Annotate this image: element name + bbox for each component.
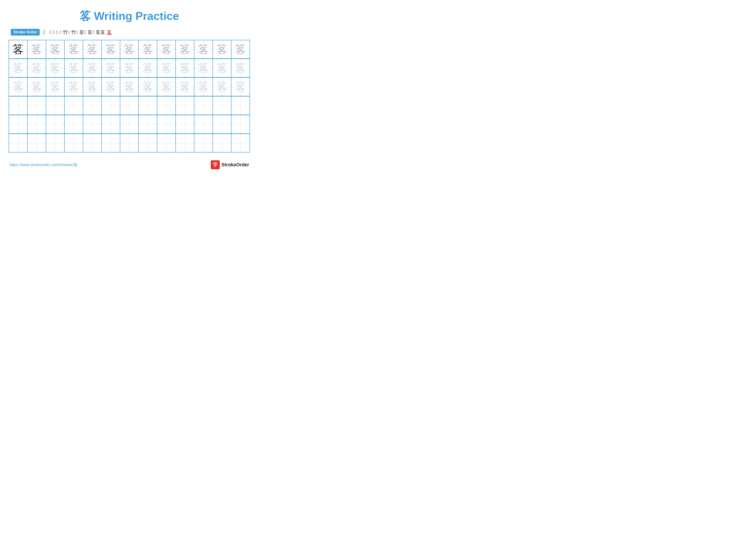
char-light: 笿: [13, 81, 24, 92]
grid-row-5: [9, 115, 250, 134]
stroke-chars-container: 丿 𠃋 𠄎 𠄤 𠄥 竹𠄤 竹𠄥 笿𠄌 笿𠄍 笿笿 笿: [43, 29, 112, 36]
grid-cell-5-8: [139, 115, 157, 134]
footer-logo: 字 StrokeOrder: [211, 160, 249, 169]
char-light: 笿: [124, 81, 135, 92]
grid-cell-4-1: [9, 96, 27, 115]
stroke-6: 竹𠄤: [63, 29, 69, 36]
grid-cell-5-4: [65, 115, 83, 134]
grid-cell-2-12: 笿: [213, 59, 231, 77]
grid-cell-6-13: [231, 134, 250, 152]
grid-cell-1-12: 笿: [213, 40, 231, 59]
stroke-order-row: Stroke Order 丿 𠃋 𠄎 𠄤 𠄥 竹𠄤 竹𠄥 笿𠄌 笿𠄍 笿笿 笿: [9, 29, 250, 36]
grid-cell-6-12: [213, 134, 231, 152]
stroke-10: 笿笿: [96, 29, 105, 36]
grid-cell-3-9: 笿: [157, 78, 176, 96]
char-light: 笿: [87, 63, 98, 74]
grid-row-6: [9, 134, 250, 152]
grid-cell-3-13: 笿: [231, 78, 250, 96]
grid-cell-6-6: [101, 134, 120, 152]
char-light: 笿: [50, 81, 61, 92]
char-light: 笿: [161, 63, 172, 74]
char-gray: 笿: [161, 44, 172, 55]
footer-url[interactable]: https://www.strokeorder.com/chinese/笿: [10, 162, 78, 167]
char-gray: 笿: [31, 44, 42, 55]
char-light: 笿: [13, 63, 24, 74]
char-gray: 笿: [216, 44, 228, 55]
grid-cell-1-13: 笿: [231, 40, 250, 59]
grid-row-1: 笿 笿 笿 笿 笿 笿 笿 笿 笿 笿 笿 笿 笿: [9, 40, 250, 59]
grid-cell-1-8: 笿: [139, 40, 157, 59]
grid-cell-2-6: 笿: [101, 59, 120, 77]
char-light: 笿: [179, 63, 191, 74]
grid-cell-3-11: 笿: [194, 78, 213, 96]
char-gray: 笿: [68, 44, 79, 55]
stroke-1: 丿: [43, 29, 47, 36]
practice-grid: 笿 笿 笿 笿 笿 笿 笿 笿 笿 笿 笿 笿 笿 笿 笿 笿 笿 笿 笿 笿 …: [9, 40, 250, 153]
grid-cell-2-2: 笿: [27, 59, 46, 77]
grid-cell-1-1: 笿: [9, 40, 27, 59]
stroke-3: 𠄎: [53, 30, 54, 35]
char-gray: 笿: [198, 44, 209, 55]
char-light: 笿: [198, 81, 209, 92]
grid-cell-5-11: [194, 115, 213, 134]
char-light: 笿: [87, 81, 98, 92]
grid-cell-2-10: 笿: [176, 59, 194, 77]
char-light: 笿: [235, 63, 246, 74]
grid-cell-3-10: 笿: [176, 78, 194, 96]
char-light: 笿: [216, 63, 228, 74]
char-light: 笿: [161, 81, 172, 92]
grid-cell-4-2: [27, 96, 46, 115]
grid-cell-5-12: [213, 115, 231, 134]
stroke-7: 竹𠄥: [71, 29, 78, 36]
char-light: 笿: [142, 63, 153, 74]
char-light: 笿: [68, 81, 79, 92]
grid-cell-3-6: 笿: [101, 78, 120, 96]
stroke-9: 笿𠄍: [88, 29, 94, 36]
grid-cell-6-4: [65, 134, 83, 152]
stroke-11: 笿: [107, 29, 112, 36]
stroke-8: 笿𠄌: [79, 29, 86, 36]
footer: https://www.strokeorder.com/chinese/笿 字 …: [9, 160, 250, 169]
grid-cell-2-8: 笿: [139, 59, 157, 77]
grid-cell-4-12: [213, 96, 231, 115]
grid-cell-1-3: 笿: [46, 40, 65, 59]
stroke-order-badge: Stroke Order: [11, 29, 40, 36]
char-gray: 笿: [142, 44, 153, 55]
grid-cell-2-11: 笿: [194, 59, 213, 77]
grid-cell-4-8: [139, 96, 157, 115]
footer-logo-text: StrokeOrder: [222, 162, 249, 167]
grid-cell-5-1: [9, 115, 27, 134]
grid-cell-5-5: [83, 115, 101, 134]
stroke-2: 𠃋: [49, 30, 51, 35]
grid-cell-3-5: 笿: [83, 78, 101, 96]
grid-cell-3-12: 笿: [213, 78, 231, 96]
grid-cell-1-10: 笿: [176, 40, 194, 59]
grid-cell-6-7: [120, 134, 139, 152]
char-gray: 笿: [105, 44, 116, 55]
char-gray: 笿: [50, 44, 61, 55]
grid-row-2: 笿 笿 笿 笿 笿 笿 笿 笿 笿 笿 笿 笿 笿: [9, 59, 250, 77]
grid-row-3: 笿 笿 笿 笿 笿 笿 笿 笿 笿 笿 笿 笿 笿: [9, 77, 250, 96]
grid-cell-2-13: 笿: [231, 59, 250, 77]
grid-cell-1-9: 笿: [157, 40, 176, 59]
char-light: 笿: [50, 63, 61, 74]
grid-cell-5-3: [46, 115, 65, 134]
grid-cell-4-11: [194, 96, 213, 115]
char-dark: 笿: [13, 44, 24, 55]
grid-cell-3-3: 笿: [46, 78, 65, 96]
grid-cell-5-7: [120, 115, 139, 134]
grid-cell-5-10: [176, 115, 194, 134]
grid-cell-4-6: [101, 96, 120, 115]
char-light: 笿: [105, 63, 116, 74]
grid-cell-5-6: [101, 115, 120, 134]
grid-cell-6-9: [157, 134, 176, 152]
grid-cell-3-7: 笿: [120, 78, 139, 96]
grid-cell-5-9: [157, 115, 176, 134]
stroke-5: 𠄥: [60, 30, 61, 35]
grid-cell-4-3: [46, 96, 65, 115]
char-gray: 笿: [179, 44, 191, 55]
grid-cell-2-1: 笿: [9, 59, 27, 77]
grid-cell-3-4: 笿: [65, 78, 83, 96]
grid-cell-3-2: 笿: [27, 78, 46, 96]
grid-cell-1-5: 笿: [83, 40, 101, 59]
